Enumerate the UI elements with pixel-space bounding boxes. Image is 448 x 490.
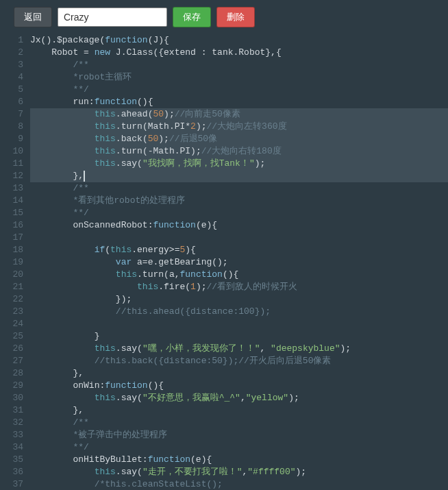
code-line[interactable]: onWin:function(){: [30, 380, 448, 392]
line-number: 1: [0, 34, 23, 47]
line-number: 5: [0, 84, 23, 96]
line-number: 16: [0, 219, 23, 232]
code-line[interactable]: },: [30, 367, 448, 380]
line-number: 17: [0, 232, 23, 244]
line-number: 8: [0, 121, 23, 133]
code-line[interactable]: },: [30, 170, 448, 182]
back-button[interactable]: 返回: [14, 7, 52, 27]
line-number: 28: [0, 367, 23, 380]
code-line[interactable]: }: [30, 330, 448, 343]
code-line[interactable]: //this.ahead({distance:100});: [30, 306, 448, 318]
code-line[interactable]: this.turn(a,function(){: [30, 269, 448, 281]
line-number: 7: [0, 108, 23, 121]
code-line[interactable]: Jx().$package(function(J){: [30, 34, 448, 47]
code-line[interactable]: this.back(50);//后退50像: [30, 133, 448, 145]
code-editor[interactable]: 1234567891011121314151617181920212223242…: [0, 34, 448, 490]
code-line[interactable]: this.turn(Math.PI*2);//大炮向左转360度: [30, 121, 448, 133]
line-number: 21: [0, 281, 23, 293]
code-line[interactable]: });: [30, 293, 448, 306]
line-number: 30: [0, 392, 23, 404]
code-line[interactable]: /**: [30, 417, 448, 429]
code-line[interactable]: onHitByBullet:function(e){: [30, 454, 448, 466]
code-line[interactable]: [30, 318, 448, 330]
line-number: 3: [0, 59, 23, 71]
line-number: 23: [0, 306, 23, 318]
line-number: 15: [0, 207, 23, 219]
line-number: 36: [0, 466, 23, 478]
line-number: 18: [0, 244, 23, 256]
code-line[interactable]: *看到其他robot的处理程序: [30, 195, 448, 207]
line-number: 26: [0, 343, 23, 355]
code-line[interactable]: //this.back({distance:50});//开火后向后退50像素: [30, 355, 448, 367]
code-line[interactable]: onScannedRobot:function(e){: [30, 219, 448, 232]
code-line[interactable]: this.say("不好意思，我赢啦^_^","yellow");: [30, 392, 448, 404]
code-line[interactable]: this.say("走开，不要打我了啦！","#ffff00");: [30, 466, 448, 478]
code-line[interactable]: **/: [30, 207, 448, 219]
line-number: 4: [0, 71, 23, 84]
code-line[interactable]: run:function(){: [30, 96, 448, 108]
code-line[interactable]: var a=e.getBearing();: [30, 256, 448, 269]
line-number: 14: [0, 195, 23, 207]
code-line[interactable]: /**: [30, 59, 448, 71]
code-line[interactable]: if(this.energy>=5){: [30, 244, 448, 256]
line-number: 35: [0, 454, 23, 466]
code-line[interactable]: },: [30, 404, 448, 417]
toolbar: 返回 保存 删除: [0, 0, 448, 34]
line-number: 33: [0, 429, 23, 441]
code-line[interactable]: **/: [30, 441, 448, 454]
code-line[interactable]: *robot主循环: [30, 71, 448, 84]
line-number: 29: [0, 380, 23, 392]
code-line[interactable]: Robot = new J.Class({extend : tank.Robot…: [30, 47, 448, 59]
code-line[interactable]: this.turn(-Math.PI);//大炮向右转180度: [30, 145, 448, 158]
line-number: 32: [0, 417, 23, 429]
line-number: 2: [0, 47, 23, 59]
line-number: 31: [0, 404, 23, 417]
delete-button[interactable]: 删除: [216, 7, 255, 27]
line-number: 6: [0, 96, 23, 108]
line-gutter: 1234567891011121314151617181920212223242…: [0, 34, 30, 490]
line-number: 34: [0, 441, 23, 454]
save-button[interactable]: 保存: [173, 7, 211, 27]
code-line[interactable]: this.say("嘿，小样，我发现你了！！", "deepskyblue");: [30, 343, 448, 355]
line-number: 22: [0, 293, 23, 306]
code-line[interactable]: [30, 232, 448, 244]
line-number: 19: [0, 256, 23, 269]
line-number: 13: [0, 182, 23, 195]
code-line[interactable]: /**: [30, 182, 448, 195]
code-line[interactable]: this.say("我找啊，找啊，找Tank！");: [30, 158, 448, 170]
line-number: 11: [0, 158, 23, 170]
line-number: 10: [0, 145, 23, 158]
code-line[interactable]: this.ahead(50);//向前走50像素: [30, 108, 448, 121]
line-number: 25: [0, 330, 23, 343]
text-cursor: [84, 171, 85, 182]
line-number: 12: [0, 170, 23, 182]
code-line[interactable]: **/: [30, 84, 448, 96]
code-line[interactable]: /*this.cleanStateList();: [30, 478, 448, 490]
line-number: 37: [0, 478, 23, 490]
code-line[interactable]: this.fire(1);//看到敌人的时候开火: [30, 281, 448, 293]
line-number: 27: [0, 355, 23, 367]
robot-name-input[interactable]: [58, 8, 167, 27]
line-number: 24: [0, 318, 23, 330]
line-number: 20: [0, 269, 23, 281]
line-number: 9: [0, 133, 23, 145]
code-area[interactable]: Jx().$package(function(J){ Robot = new J…: [30, 34, 448, 490]
code-line[interactable]: *被子弹击中的处理程序: [30, 429, 448, 441]
